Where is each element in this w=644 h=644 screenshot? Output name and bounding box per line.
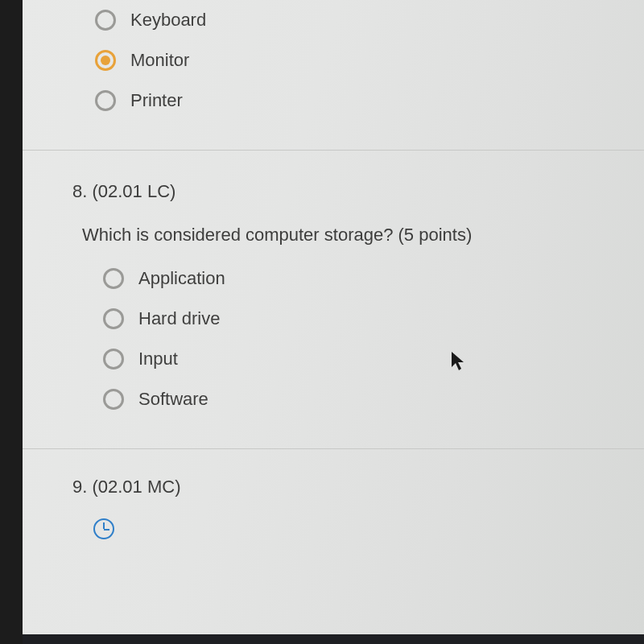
radio-icon <box>103 349 124 369</box>
bottom-bar <box>23 634 644 644</box>
question-7-tail: Keyboard Monitor Printer <box>23 0 644 135</box>
radio-icon <box>95 50 116 71</box>
option-label: Keyboard <box>130 10 206 31</box>
option-printer[interactable]: Printer <box>23 80 644 121</box>
timer-row <box>23 497 644 543</box>
option-keyboard[interactable]: Keyboard <box>23 0 644 40</box>
question-header: 8. (02.01 LC) <box>23 151 644 202</box>
option-label: Printer <box>130 90 183 111</box>
option-label: Software <box>138 389 208 410</box>
question-text: Which is considered computer storage? (5… <box>23 202 644 258</box>
option-monitor[interactable]: Monitor <box>23 40 644 80</box>
question-8-options: Application Hard drive Input Software <box>23 258 644 419</box>
radio-icon <box>103 268 124 289</box>
option-label: Input <box>138 349 178 369</box>
question-8: 8. (02.01 LC) Which is considered comput… <box>23 151 644 434</box>
option-label: Hard drive <box>138 308 220 329</box>
radio-icon <box>95 10 116 31</box>
option-software[interactable]: Software <box>23 379 644 419</box>
clock-icon <box>93 518 114 539</box>
option-hard-drive[interactable]: Hard drive <box>23 299 644 339</box>
radio-icon <box>95 90 116 111</box>
quiz-page: Keyboard Monitor Printer 8. (02.01 LC) W… <box>23 0 644 644</box>
radio-icon <box>103 308 124 329</box>
option-label: Application <box>138 268 225 289</box>
radio-icon <box>103 389 124 410</box>
option-application[interactable]: Application <box>23 258 644 299</box>
option-input[interactable]: Input <box>23 339 644 379</box>
question-9-header: 9. (02.01 MC) <box>23 449 644 497</box>
option-label: Monitor <box>130 50 189 71</box>
